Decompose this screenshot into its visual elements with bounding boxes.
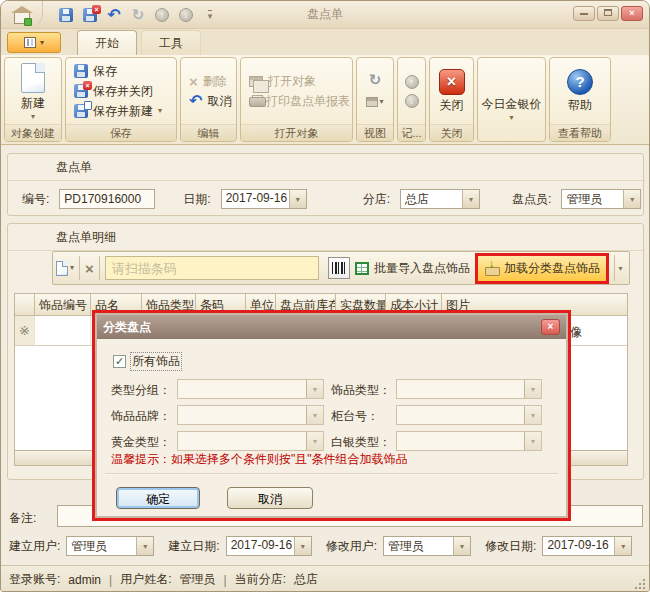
toolbar-overflow-button[interactable]: ▾: [614, 255, 626, 281]
batch-import-button[interactable]: 批量导入盘点饰品: [355, 260, 470, 277]
help-button[interactable]: ? 帮助: [552, 69, 608, 114]
chevron-down-icon: ▾: [70, 265, 74, 271]
type-group-select[interactable]: ▾: [177, 379, 324, 399]
ok-button[interactable]: 确定: [116, 487, 200, 509]
ribbon-group-open: 打开对象 打印盘点单报表 打开对象: [240, 57, 353, 142]
prev-record-button[interactable]: ↑: [153, 6, 171, 24]
save-button[interactable]: [57, 6, 75, 24]
modified-date-value: 2017-09-16: [543, 537, 614, 555]
record-down-button[interactable]: ↓: [405, 94, 419, 108]
excel-grid-icon: [355, 262, 369, 275]
close-form-label: 关闭: [440, 97, 464, 114]
chevron-down-icon: ▾: [524, 380, 541, 398]
list-icon: [24, 37, 36, 48]
dialog-field-row: 饰品品牌： ▾ 柜台号： ▾: [97, 405, 566, 425]
date-label: 日期:: [183, 191, 210, 208]
classified-inventory-dialog: 分类盘点 × ✓ 所有饰品 类型分组： ▾ 饰品类型：: [92, 310, 571, 521]
modified-user-value: 管理员: [384, 537, 453, 555]
ribbon-group-label: 视图: [357, 124, 393, 141]
clerk-value: 管理员: [562, 190, 623, 208]
gold-type-select[interactable]: ▾: [177, 431, 324, 451]
account-label: 登录账号:: [9, 571, 60, 588]
quick-access-toolbar: × ↶ ↻ ↑ ↓ ▾: [57, 6, 219, 24]
gold-type-value: [178, 432, 306, 450]
maximize-button[interactable]: [597, 6, 619, 21]
counter-no-select[interactable]: ▾: [396, 405, 542, 425]
modified-user-select[interactable]: 管理员 ▾: [383, 536, 471, 556]
tab-tools[interactable]: 工具: [141, 30, 201, 55]
close-button[interactable]: ×: [621, 6, 643, 21]
app-logo-chip[interactable]: [1, 1, 43, 28]
group-caption: 盘点单: [8, 154, 643, 181]
redo-button[interactable]: ↻: [129, 6, 147, 24]
resize-grip-icon[interactable]: [635, 579, 645, 589]
refresh-button[interactable]: ↻: [363, 70, 387, 90]
close-form-button[interactable]: × 关闭: [432, 69, 471, 114]
item-brand-value: [178, 406, 306, 424]
all-items-checkbox-label[interactable]: 所有饰品: [131, 353, 181, 370]
branch-label: 分店:: [363, 191, 390, 208]
remark-label: 备注:: [9, 510, 36, 527]
help-label: 帮助: [568, 97, 592, 114]
delete-button: × 删除: [189, 73, 234, 90]
dialog-field-row: 类型分组： ▾ 饰品类型： ▾: [97, 379, 566, 399]
column-header[interactable]: 饰品编号: [35, 294, 91, 316]
checkbox-checked-icon[interactable]: ✓: [113, 355, 126, 368]
item-brand-label: 饰品品牌：: [111, 408, 171, 425]
tab-start[interactable]: 开始: [77, 30, 137, 55]
scan-barcode-input[interactable]: [105, 256, 319, 280]
branch-value: 总店: [401, 190, 462, 208]
cell[interactable]: [35, 316, 91, 346]
app-menu-button[interactable]: ▾: [7, 32, 61, 53]
new-button[interactable]: 新建 ▾: [7, 63, 59, 120]
new-row-marker: ※: [15, 316, 35, 346]
barcode-button[interactable]: [328, 257, 350, 279]
silver-type-value: [397, 432, 524, 450]
load-classified-label: 加载分类盘点饰品: [504, 260, 600, 277]
today-gold-price-button[interactable]: 今日金银价 ▾: [480, 78, 543, 121]
silver-type-select[interactable]: ▾: [396, 431, 542, 451]
layout-button[interactable]: ▾: [363, 92, 387, 112]
qat-customize-button[interactable]: ▾: [201, 6, 219, 24]
new-page-icon: [21, 63, 45, 93]
dialog-titlebar: 分类盘点 ×: [97, 315, 566, 339]
ribbon-group-gold-price: 今日金银价 ▾: [477, 57, 546, 142]
undo-button[interactable]: ↶: [105, 6, 123, 24]
print-report-label: 打印盘点单报表: [266, 93, 350, 110]
record-up-button[interactable]: ↑: [405, 75, 419, 89]
chevron-down-icon: ▾: [294, 537, 311, 555]
item-type-label: 饰品类型：: [331, 382, 391, 399]
created-user-select[interactable]: 管理员 ▾: [66, 536, 154, 556]
delete-row-button[interactable]: ×: [85, 260, 94, 277]
separator: |: [109, 573, 112, 587]
save-and-new-button[interactable]: 保存并新建 ▾: [74, 103, 174, 120]
cancel-button[interactable]: 取消: [227, 487, 313, 509]
load-classified-button[interactable]: ↓ 加载分类盘点饰品: [475, 253, 609, 284]
number-label: 编号:: [22, 191, 49, 208]
column-header-selector[interactable]: [15, 294, 35, 316]
next-record-button[interactable]: ↓: [177, 6, 195, 24]
date-select[interactable]: 2017-09-16 ▾: [221, 189, 307, 209]
save-and-close-button[interactable]: × 保存并关闭: [74, 83, 174, 100]
up-circle-icon: ↑: [155, 8, 169, 22]
save-button-ribbon[interactable]: 保存: [74, 63, 174, 80]
chevron-down-icon: ▾: [31, 114, 35, 120]
dialog-close-button[interactable]: ×: [541, 319, 560, 335]
dialog-field-row: 黄金类型： ▾ 白银类型： ▾: [97, 431, 566, 451]
number-input[interactable]: [59, 189, 155, 209]
ribbon-group-label: 查看帮助: [550, 124, 610, 141]
modified-date-select[interactable]: 2017-09-16 ▾: [542, 536, 632, 556]
new-row-button[interactable]: ▾: [56, 261, 74, 276]
inventory-sheet-window: × ↶ ↻ ↑ ↓ ▾ 盘点单 × ▾ 开始 工具 新建: [0, 0, 650, 592]
created-date-select[interactable]: 2017-09-16 ▾: [226, 536, 312, 556]
minimize-button[interactable]: [573, 6, 595, 21]
save-close-button[interactable]: ×: [81, 6, 99, 24]
clerk-select[interactable]: 管理员 ▾: [561, 189, 641, 209]
delete-x-icon: ×: [189, 75, 198, 88]
branch-select[interactable]: 总店 ▾: [400, 189, 480, 209]
item-type-select[interactable]: ▾: [396, 379, 542, 399]
x-badge-icon: ×: [92, 5, 101, 14]
item-brand-select[interactable]: ▾: [177, 405, 324, 425]
cancel-button[interactable]: ↶ 取消: [189, 93, 234, 110]
separator: |: [224, 573, 227, 587]
